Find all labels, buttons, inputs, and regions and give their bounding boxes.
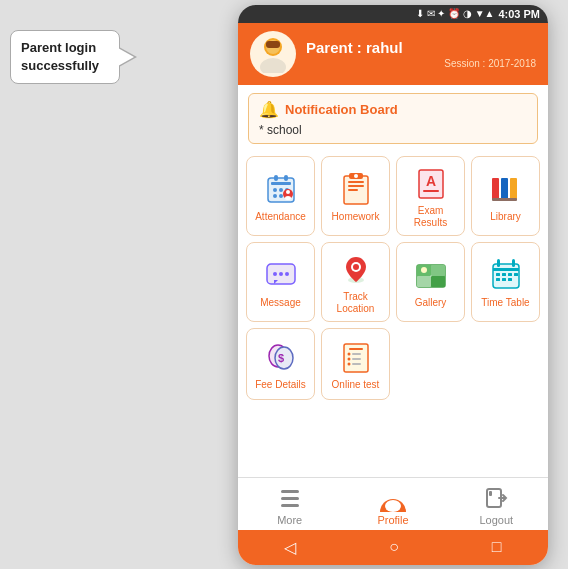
svg-rect-49	[508, 273, 512, 276]
nav-item-logout[interactable]: Logout	[445, 484, 548, 526]
svg-rect-12	[284, 175, 288, 181]
more-label: More	[277, 514, 302, 526]
svg-point-32	[285, 272, 289, 276]
svg-rect-45	[497, 259, 500, 267]
svg-rect-27	[510, 178, 517, 200]
svg-rect-46	[512, 259, 515, 267]
svg-point-70	[385, 500, 401, 512]
logout-label: Logout	[479, 514, 513, 526]
svg-point-61	[347, 357, 350, 360]
svg-point-30	[273, 272, 277, 276]
svg-rect-26	[501, 178, 508, 200]
gallery-icon	[413, 257, 449, 293]
notification-content: * school	[259, 123, 527, 137]
svg-point-14	[286, 190, 290, 194]
status-bar: ⬇ ✉ ✦ ⏰ ◑ ▼▲ 4:03 PM	[238, 5, 548, 23]
svg-rect-44	[493, 268, 519, 271]
grid-item-homework[interactable]: Homework	[321, 156, 390, 236]
grid-item-attendance[interactable]: Attendance	[246, 156, 315, 236]
fee-details-icon: $	[263, 339, 299, 375]
nav-item-more[interactable]: More	[238, 484, 341, 526]
status-time: 4:03 PM	[498, 8, 540, 20]
grid-item-gallery[interactable]: Gallery	[396, 242, 465, 322]
profile-label: Profile	[377, 514, 408, 526]
svg-rect-47	[496, 273, 500, 276]
avatar	[250, 31, 296, 77]
svg-rect-50	[496, 278, 500, 281]
svg-point-6	[273, 188, 277, 192]
svg-point-59	[347, 352, 350, 355]
tooltip-text: Parent login successfully	[21, 40, 99, 73]
svg-point-10	[279, 194, 283, 198]
online-test-label: Online test	[332, 379, 380, 391]
attendance-icon	[263, 171, 299, 207]
header-session: Session : 2017-2018	[306, 58, 536, 69]
gallery-label: Gallery	[415, 297, 447, 309]
svg-rect-40	[417, 276, 431, 287]
svg-rect-3	[266, 41, 280, 48]
svg-point-69	[388, 489, 398, 499]
svg-point-31	[279, 272, 283, 276]
android-home-button[interactable]: ○	[379, 536, 409, 558]
grid-item-exam-results[interactable]: A Exam Results	[396, 156, 465, 236]
svg-point-9	[273, 194, 277, 198]
grid-item-fee-details[interactable]: $ Fee Details	[246, 328, 315, 400]
exam-results-icon: A	[413, 165, 449, 201]
svg-text:A: A	[425, 173, 435, 189]
svg-rect-25	[492, 178, 499, 200]
grid-item-time-table[interactable]: Time Table	[471, 242, 540, 322]
more-icon	[276, 484, 304, 512]
svg-point-21	[354, 174, 358, 178]
svg-point-15	[285, 196, 291, 200]
android-navigation-bar: ◁ ○ □	[238, 530, 548, 565]
grid-item-library[interactable]: Library	[471, 156, 540, 236]
fee-details-label: Fee Details	[255, 379, 306, 391]
library-label: Library	[490, 211, 521, 223]
grid-item-track-location[interactable]: Track Location	[321, 242, 390, 322]
attendance-label: Attendance	[255, 211, 306, 223]
time-table-icon	[488, 257, 524, 293]
profile-icon	[379, 484, 407, 512]
svg-rect-52	[508, 278, 512, 281]
svg-point-7	[279, 188, 283, 192]
app-header: Parent : rahul Session : 2017-2018	[238, 23, 548, 85]
track-location-label: Track Location	[326, 291, 385, 315]
header-text: Parent : rahul Session : 2017-2018	[306, 39, 536, 69]
nav-item-profile[interactable]: Profile	[341, 484, 444, 526]
svg-rect-39	[431, 265, 445, 276]
android-recent-button[interactable]: □	[482, 536, 512, 558]
android-back-button[interactable]: ◁	[274, 536, 306, 559]
grid-item-message[interactable]: Message	[246, 242, 315, 322]
message-label: Message	[260, 297, 301, 309]
svg-point-42	[421, 267, 427, 273]
svg-point-36	[353, 264, 359, 270]
svg-rect-51	[502, 278, 506, 281]
notification-icon: 🔔	[259, 100, 279, 119]
grid-item-online-test[interactable]: Online test	[321, 328, 390, 400]
homework-label: Homework	[332, 211, 380, 223]
track-location-icon	[338, 251, 374, 287]
svg-text:$: $	[277, 352, 283, 364]
homework-icon	[338, 171, 374, 207]
svg-rect-24	[423, 190, 439, 192]
svg-rect-19	[348, 189, 358, 191]
svg-rect-53	[514, 273, 518, 276]
svg-rect-58	[349, 348, 363, 350]
svg-rect-17	[348, 181, 364, 183]
exam-results-label: Exam Results	[401, 205, 460, 229]
phone-frame: ⬇ ✉ ✦ ⏰ ◑ ▼▲ 4:03 PM Parent : rahul Sess…	[238, 5, 548, 565]
svg-rect-5	[271, 182, 291, 185]
svg-rect-48	[502, 273, 506, 276]
message-icon	[263, 257, 299, 293]
notification-title: Notification Board	[285, 102, 398, 117]
svg-rect-18	[348, 185, 364, 187]
status-icons: ⬇ ✉ ✦ ⏰ ◑ ▼▲	[416, 8, 495, 19]
svg-rect-67	[281, 504, 299, 507]
svg-rect-60	[352, 353, 361, 355]
svg-rect-28	[492, 198, 517, 201]
login-success-tooltip: Parent login successfully	[10, 30, 120, 84]
svg-rect-72	[489, 491, 492, 496]
svg-rect-41	[431, 276, 445, 287]
time-table-label: Time Table	[481, 297, 529, 309]
logout-icon	[482, 484, 510, 512]
